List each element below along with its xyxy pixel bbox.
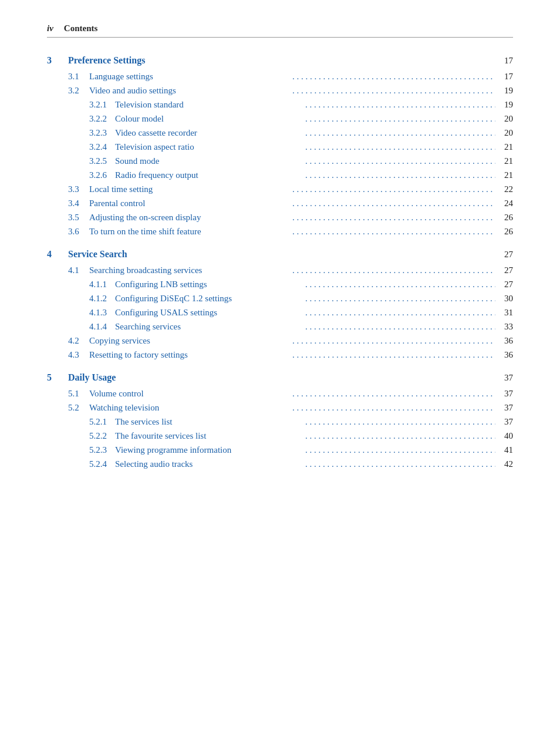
section-title: Watching television [89,403,290,413]
section-content: Copying services . . . . . . . . . . . .… [89,336,513,346]
chapter-title: Service Search [68,249,495,260]
dot-leader: . . . . . . . . . . . . . . . . . . . . … [303,445,495,455]
section-page: 26 [495,227,513,237]
subsection-page: 33 [495,322,513,332]
subsection-row: 4.1.2 Configuring DiSEqC 1.2 settings . … [47,294,513,304]
section-title: Language settings [89,72,290,82]
subsection-row: 3.2.4 Television aspect ratio . . . . . … [47,142,513,152]
subsection-content: Colour model . . . . . . . . . . . . . .… [115,114,513,124]
dot-leader: . . . . . . . . . . . . . . . . . . . . … [290,198,495,208]
dot-leader: . . . . . . . . . . . . . . . . . . . . … [290,403,495,413]
subsection-content: Configuring DiSEqC 1.2 settings . . . . … [115,294,513,304]
subsection-num: 4.1.1 [89,280,115,290]
dot-leader: . . . . . . . . . . . . . . . . . . . . … [303,294,495,304]
subsection-title: Television aspect ratio [115,142,303,152]
subsection-title: Television standard [115,100,303,110]
subsection-row: 4.1.4 Searching services . . . . . . . .… [47,322,513,332]
subsection-content: Television standard . . . . . . . . . . … [115,100,513,110]
section-page: 37 [495,403,513,413]
subsection-content: Viewing programme information . . . . . … [115,445,513,455]
subsection-row: 3.2.5 Sound mode . . . . . . . . . . . .… [47,156,513,166]
page-number-roman: iv [47,23,53,33]
subsection-title: Configuring LNB settings [115,280,303,290]
chapter-row: 4 Service Search 27 [47,249,513,260]
subsection-page: 21 [495,170,513,180]
subsection-content: Sound mode . . . . . . . . . . . . . . .… [115,156,513,166]
subsection-content: Searching services . . . . . . . . . . .… [115,322,513,332]
subsection-title: Sound mode [115,156,303,166]
dot-leader: . . . . . . . . . . . . . . . . . . . . … [290,184,495,194]
section-content: Parental control . . . . . . . . . . . .… [89,198,513,208]
section-title: Resetting to factory settings [89,350,290,360]
subsection-row: 3.2.1 Television standard . . . . . . . … [47,100,513,110]
dot-leader: . . . . . . . . . . . . . . . . . . . . … [290,86,495,96]
chapter-num: 3 [47,55,68,66]
section-page: 22 [495,184,513,194]
subsection-row: 4.1.1 Configuring LNB settings . . . . .… [47,280,513,290]
subsection-row: 5.2.1 The services list . . . . . . . . … [47,417,513,427]
section-page: 26 [495,213,513,223]
section-content: To turn on the time shift feature . . . … [89,227,513,237]
subsection-title: Searching services [115,322,303,332]
page-header: iv Contents [47,23,513,38]
chapter-page: 37 [495,373,513,383]
section-content: Local time setting . . . . . . . . . . .… [89,184,513,194]
subsection-page: 31 [495,308,513,318]
dot-leader: . . . . . . . . . . . . . . . . . . . . … [303,417,495,427]
section-row: 3.2 Video and audio settings . . . . . .… [47,86,513,96]
section-page: 37 [495,389,513,399]
subsection-content: Configuring LNB settings . . . . . . . .… [115,280,513,290]
subsection-num: 3.2.6 [89,170,115,180]
subsection-title: Radio frequency output [115,170,303,180]
chapter-row: 3 Preference Settings 17 [47,55,513,66]
subsection-title: The services list [115,417,303,427]
dot-leader: . . . . . . . . . . . . . . . . . . . . … [290,336,495,346]
subsection-title: Configuring DiSEqC 1.2 settings [115,294,303,304]
subsection-content: Television aspect ratio . . . . . . . . … [115,142,513,152]
section-row: 5.1 Volume control . . . . . . . . . . .… [47,389,513,399]
subsection-row: 3.2.2 Colour model . . . . . . . . . . .… [47,114,513,124]
subsection-page: 19 [495,100,513,110]
section-num: 5.2 [68,403,89,413]
section-row: 4.3 Resetting to factory settings . . . … [47,350,513,360]
section-content: Adjusting the on-screen display . . . . … [89,213,513,223]
subsection-num: 4.1.2 [89,294,115,304]
dot-leader: . . . . . . . . . . . . . . . . . . . . … [290,227,495,237]
dot-leader: . . . . . . . . . . . . . . . . . . . . … [303,459,495,469]
subsection-page: 21 [495,142,513,152]
section-row: 3.4 Parental control . . . . . . . . . .… [47,198,513,208]
section-num: 3.5 [68,213,89,223]
chapter-page: 17 [495,56,513,66]
section-row: 3.6 To turn on the time shift feature . … [47,227,513,237]
subsection-row: 5.2.2 The favourite services list . . . … [47,431,513,441]
subsection-content: Selecting audio tracks . . . . . . . . .… [115,459,513,469]
section-title: Copying services [89,336,290,346]
subsection-title: Viewing programme information [115,445,303,455]
subsection-num: 5.2.1 [89,417,115,427]
dot-leader: . . . . . . . . . . . . . . . . . . . . … [290,72,495,82]
subsection-row: 3.2.6 Radio frequency output . . . . . .… [47,170,513,180]
subsection-num: 3.2.2 [89,114,115,124]
section-num: 4.1 [68,265,89,275]
subsection-num: 4.1.4 [89,322,115,332]
subsection-content: The services list . . . . . . . . . . . … [115,417,513,427]
subsection-page: 41 [495,445,513,455]
subsection-row: 3.2.3 Video cassette recorder . . . . . … [47,128,513,138]
section-row: 4.2 Copying services . . . . . . . . . .… [47,336,513,346]
subsection-page: 20 [495,114,513,124]
dot-leader: . . . . . . . . . . . . . . . . . . . . … [303,280,495,290]
section-row: 3.5 Adjusting the on-screen display . . … [47,213,513,223]
subsection-num: 3.2.5 [89,156,115,166]
section-page: 36 [495,350,513,360]
chapter-num: 4 [47,249,68,260]
subsection-content: Configuring USALS settings . . . . . . .… [115,308,513,318]
section-title: Searching broadcasting services [89,265,290,275]
header-contents-label: Contents [64,23,98,33]
subsection-page: 20 [495,128,513,138]
section-title: Parental control [89,198,290,208]
section-title: Video and audio settings [89,86,290,96]
subsection-row: 5.2.4 Selecting audio tracks . . . . . .… [47,459,513,469]
section-title: To turn on the time shift feature [89,227,290,237]
subsection-num: 4.1.3 [89,308,115,318]
dot-leader: . . . . . . . . . . . . . . . . . . . . … [303,156,495,166]
